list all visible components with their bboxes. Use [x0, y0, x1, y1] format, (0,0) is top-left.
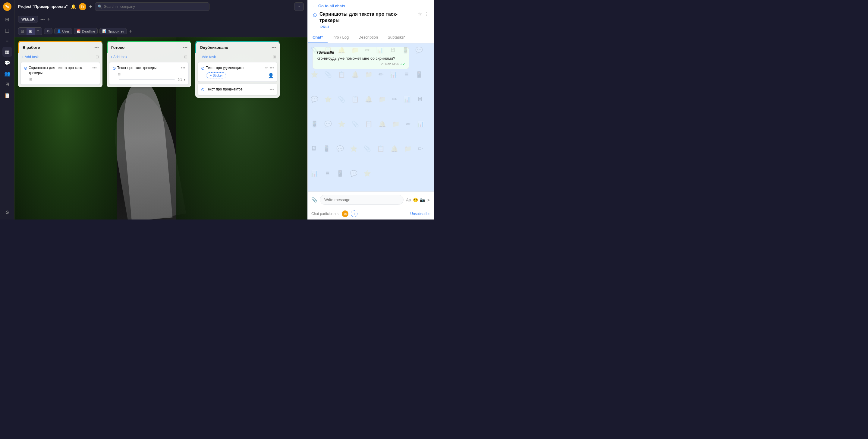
task-options-button[interactable]: ••• — [92, 65, 97, 70]
chat-tabs: Chat* Info / Log Description Subtasks* — [308, 32, 434, 43]
view-table-button[interactable]: ≡ — [35, 28, 42, 35]
view-grid-button[interactable]: ⊞ — [27, 28, 35, 35]
task-card: ⊙ Текст про проджектов ••• — [198, 84, 277, 95]
task-options-button[interactable]: ••• — [181, 65, 185, 70]
sidebar-icon-kanban[interactable]: ▦ — [2, 47, 12, 57]
task-options-button[interactable]: ••• — [270, 65, 274, 70]
sidebar-icon-users[interactable]: 👥 — [2, 69, 12, 78]
video-icon[interactable]: 📷 — [420, 198, 425, 202]
sidebar-icon-settings[interactable]: ⚙ — [2, 207, 12, 217]
sidebar-icon-chart[interactable]: ◫ — [2, 25, 12, 35]
back-label: Go to all chats — [318, 4, 345, 8]
sidebar: 7s ⊞ ◫ ≡ ▦ 💬 👥 🖥 📋 ⚙ — [0, 0, 14, 220]
send-icon[interactable]: ➤ — [427, 198, 430, 202]
message-text: Кто-нибудь уже поможет мне со скринами? — [316, 56, 405, 61]
col-in-progress-header: В работе ••• — [18, 42, 102, 53]
deadline-filter-chip[interactable]: 📅Deadline — [74, 28, 98, 34]
task-progress-bar — [119, 79, 175, 80]
filter-bar: ⊟ ⊞ ≡ ⚙ 👤User 📅Deadline 📊Приоритет + — [14, 25, 307, 37]
add-task-published-button[interactable]: + Add task — [199, 55, 216, 59]
task-footer: ⊟ — [113, 72, 185, 76]
add-participant-button[interactable]: + — [351, 210, 358, 217]
priority-chip-label: Приоритет — [107, 30, 124, 33]
message-time: 29 Nov 13:26 — [381, 62, 399, 66]
chat-task-check-icon[interactable]: ⊙ — [313, 12, 317, 19]
topbar: Project "Пример проекта" 🔔 7s + 🔍 ↔ — [14, 0, 307, 13]
add-week-button[interactable]: + — [47, 17, 50, 22]
participant-avatar: 7s — [342, 210, 348, 217]
col-done-actions: ••• — [183, 45, 187, 50]
chat-input-area: 📎 Aa 🙂 📷 ➤ — [308, 192, 434, 208]
deadline-chip-icon: 📅 — [76, 29, 81, 33]
add-workspace-button[interactable]: + — [89, 4, 92, 9]
tab-chat[interactable]: Chat* — [308, 32, 328, 43]
task-check-icon[interactable]: ⊙ — [113, 66, 116, 70]
col-published-options[interactable]: ••• — [272, 45, 276, 50]
week-label: WEEEK — [18, 16, 38, 23]
task-header: ⊙ Текст про удаленщиков ✏ ••• — [201, 65, 274, 70]
tab-info-log[interactable]: Info / Log — [328, 32, 353, 43]
task-options-button[interactable]: ••• — [270, 87, 274, 92]
col-in-progress-options[interactable]: ••• — [94, 45, 99, 50]
chat-task-id: PRI-1 — [320, 25, 429, 29]
week-options-button[interactable]: ••• — [40, 17, 45, 22]
grid-view-done-icon[interactable]: ⊞ — [184, 55, 187, 59]
assign-user-icon[interactable]: 👤 — [268, 73, 274, 78]
col-in-progress-wrapper: В работе ••• + Add task ⊞ — [18, 41, 102, 87]
task-check-icon[interactable]: ⊙ — [201, 87, 205, 92]
tab-subtasks[interactable]: Subtasks* — [383, 32, 410, 43]
search-bar[interactable]: 🔍 — [95, 2, 210, 11]
col-published-wrapper: Опубликовано ••• + Add task ⊞ — [195, 41, 280, 98]
task-check-icon[interactable]: ⊙ — [24, 66, 27, 70]
topbar-right: ↔ — [294, 2, 304, 11]
task-card: ⊙ Текст про таск-трекеры ••• ⊟ — [109, 62, 189, 85]
grid-view-published-icon[interactable]: ⊞ — [273, 55, 276, 59]
star-icon[interactable]: ☆ — [418, 11, 422, 17]
task-check-icon[interactable]: ⊙ — [201, 66, 205, 70]
search-icon: 🔍 — [98, 4, 102, 9]
emoji-icon[interactable]: 🙂 — [413, 198, 418, 202]
attach-icon[interactable]: 📎 — [311, 197, 317, 203]
user-filter-chip[interactable]: 👤User — [54, 28, 72, 34]
expand-button[interactable]: ↔ — [294, 2, 304, 11]
user-chip-label: User — [62, 30, 69, 33]
sidebar-icon-monitor[interactable]: 🖥 — [2, 80, 12, 89]
go-to-all-chats-button[interactable]: ← Go to all chats — [313, 4, 429, 8]
view-list-button[interactable]: ⊟ — [19, 28, 27, 35]
task-edit-icon[interactable]: ✏ — [265, 65, 268, 70]
user-badge[interactable]: 7s — [79, 3, 86, 10]
task-card: ⊙ Текст про удаленщиков ✏ ••• + Sticker … — [198, 62, 277, 82]
message-input[interactable] — [320, 195, 404, 205]
sidebar-icon-book[interactable]: 📋 — [2, 90, 12, 100]
col-in-progress-add-row: + Add task ⊞ — [18, 53, 102, 61]
sidebar-icon-list[interactable]: ≡ — [2, 36, 12, 46]
add-task-in-progress-button[interactable]: + Add task — [22, 55, 38, 59]
more-options-button[interactable]: ⋮ — [424, 11, 429, 17]
unsubscribe-button[interactable]: Unsubscribe — [410, 212, 430, 216]
col-published-body: ⊙ Текст про удаленщиков ✏ ••• + Sticker … — [195, 61, 280, 98]
message-read-icon: ✓✓ — [400, 62, 405, 66]
priority-filter-chip[interactable]: 📊Приоритет — [99, 28, 127, 34]
add-filter-button[interactable]: + — [129, 29, 132, 34]
priority-chip-icon: 📊 — [102, 29, 106, 33]
settings-filter-chip[interactable]: ⚙ — [44, 28, 53, 34]
sidebar-icon-grid[interactable]: ⊞ — [2, 14, 12, 24]
tab-description[interactable]: Description — [353, 32, 383, 43]
sidebar-icon-chat[interactable]: 💬 — [2, 58, 12, 67]
task-header: ⊙ Скриншоты для текста про таск-трекеры … — [24, 65, 97, 76]
deadline-chip-label: Deadline — [82, 30, 95, 33]
sticker-button[interactable]: + Sticker — [207, 72, 226, 78]
col-in-progress-body: ⊙ Скриншоты для текста про таск-трекеры … — [18, 61, 102, 87]
col-done-options[interactable]: ••• — [183, 45, 187, 50]
add-task-done-button[interactable]: + Add task — [110, 55, 127, 59]
user-avatar[interactable]: 7s — [3, 2, 11, 11]
participants-label: Chat participants: — [311, 212, 339, 216]
task-progress-chevron[interactable]: ▾ — [184, 78, 185, 81]
bell-icon[interactable]: 🔔 — [71, 4, 76, 9]
grid-view-in-progress-icon[interactable]: ⊞ — [96, 55, 99, 59]
week-bar: WEEEK ••• + — [14, 13, 307, 25]
text-format-icon[interactable]: Aa — [406, 198, 411, 202]
search-input[interactable] — [104, 4, 207, 9]
chat-participants: Chat participants: 7s + Unsubscribe — [308, 208, 434, 220]
task-progress-row: 0/1 ▾ — [113, 78, 185, 81]
